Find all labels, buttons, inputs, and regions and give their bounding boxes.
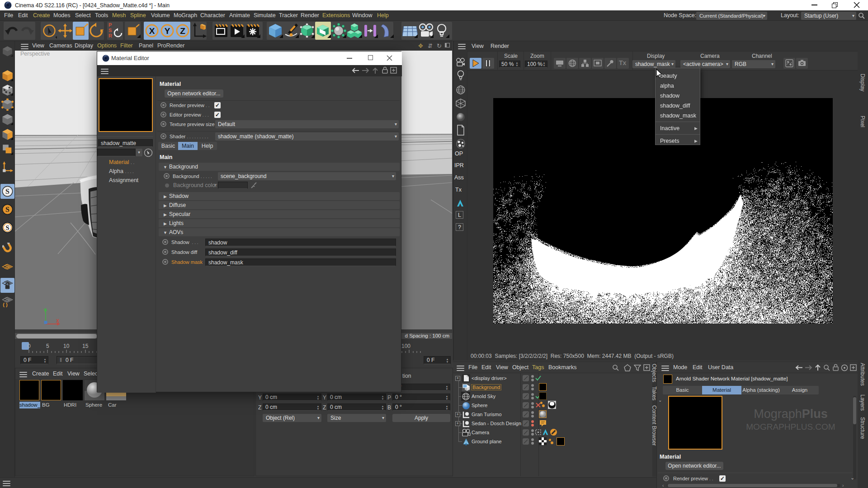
svg-text:X: X (149, 26, 155, 36)
svg-text:X: X (56, 318, 59, 324)
svg-text:S: S (6, 224, 9, 231)
svg-text:S: S (5, 188, 9, 195)
svg-text:( ): ( ) (3, 302, 8, 307)
svg-text:Y: Y (43, 308, 47, 313)
svg-text:Z: Z (180, 26, 185, 36)
svg-text:Perspective: Perspective (20, 51, 50, 57)
svg-text:S: S (5, 206, 9, 213)
svg-text:Y: Y (165, 26, 170, 36)
